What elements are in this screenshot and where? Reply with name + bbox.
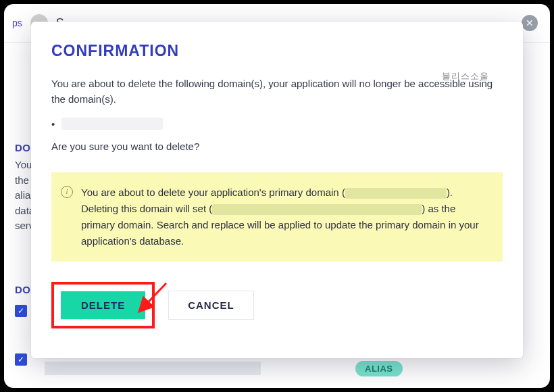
bg-row-2: ✓ <box>15 353 31 366</box>
bg-paragraph: You the alias data server <box>15 157 31 234</box>
redacted-primary-domain <box>345 188 447 199</box>
redacted-new-primary-domain <box>212 204 422 215</box>
notice-text-1: You are about to delete your application… <box>81 187 345 198</box>
background-bottom-row: ALIAS <box>45 358 536 378</box>
domain-list-item: • <box>51 118 503 130</box>
checkbox-icon[interactable]: ✓ <box>15 305 27 317</box>
bullet-dot-icon: • <box>51 118 55 130</box>
redacted-domain-bar <box>45 362 261 375</box>
bg-heading-domain: DOMAIN <box>15 142 31 153</box>
checkbox-icon[interactable]: ✓ <box>15 353 27 366</box>
redacted-domain <box>61 118 163 130</box>
watermark-text: 블리스소울 <box>442 70 489 82</box>
delete-button[interactable]: DELETE <box>61 291 145 319</box>
cancel-button[interactable]: CANCEL <box>168 291 254 320</box>
close-icon[interactable]: ✕ <box>522 15 538 31</box>
primary-domain-notice: i You are about to delete your applicati… <box>51 172 503 262</box>
top-link[interactable]: ps <box>12 18 22 28</box>
confirmation-modal: CONFIRMATION You are about to delete the… <box>31 22 523 358</box>
info-icon: i <box>61 186 73 198</box>
annotation-highlight-box: DELETE <box>51 282 155 328</box>
background-left-column: DOMAIN You the alias data server DOMAINS… <box>15 132 31 375</box>
modal-title: CONFIRMATION <box>51 42 503 60</box>
alias-badge: ALIAS <box>355 361 403 376</box>
modal-actions: DELETE CANCEL <box>51 282 503 328</box>
bg-heading-domains: DOMAINS <box>15 284 31 295</box>
confirm-question: Are you sure you want to delete? <box>51 139 503 155</box>
modal-intro-text: You are about to delete the following do… <box>51 76 503 107</box>
page-viewport: ps S DOMAIN You the alias data server DO… <box>4 4 550 388</box>
bg-row-1: ✓ <box>15 305 31 317</box>
